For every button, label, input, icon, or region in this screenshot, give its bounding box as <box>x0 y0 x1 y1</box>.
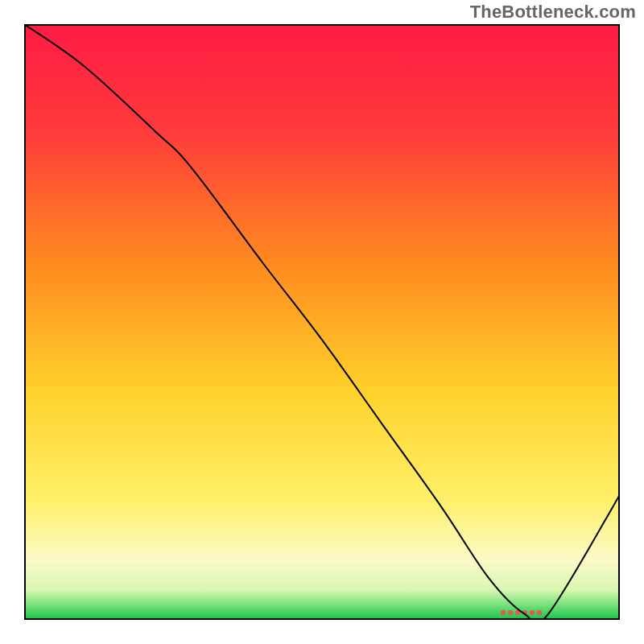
chart-stage: TheBottleneck.com <box>0 0 644 644</box>
valley-marker-dash <box>508 610 513 615</box>
chart-plot-area <box>24 24 620 620</box>
valley-marker-dash <box>530 610 535 615</box>
chart-background <box>24 24 620 620</box>
chart-svg <box>24 24 620 620</box>
watermark-text: TheBottleneck.com <box>470 2 636 23</box>
valley-marker-dash <box>537 610 542 615</box>
valley-marker-dash <box>501 610 506 615</box>
